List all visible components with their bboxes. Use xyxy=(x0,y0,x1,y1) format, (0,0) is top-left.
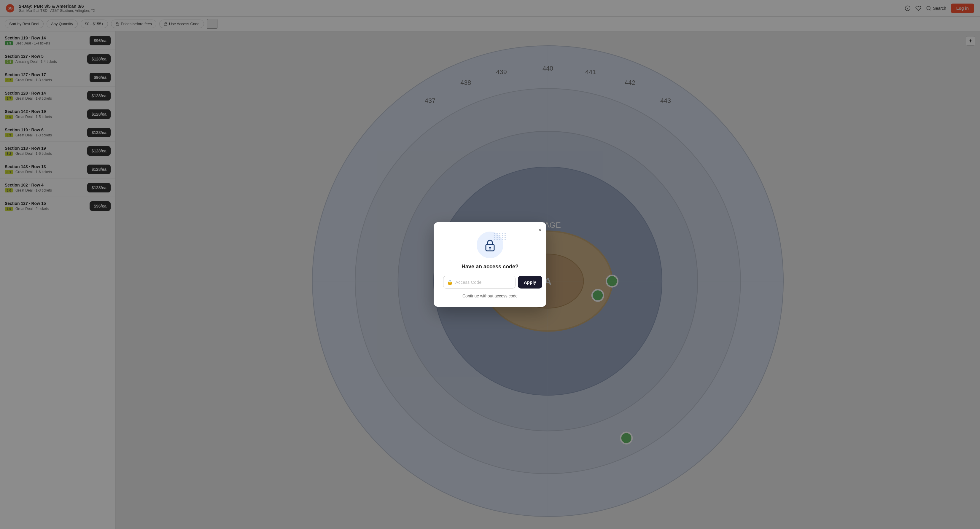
modal-icon-wrap xyxy=(443,232,537,258)
modal-title: Have an access code? xyxy=(443,264,537,270)
input-lock-icon: 🔒 xyxy=(447,279,453,285)
skip-access-code-button[interactable]: Continue without access code xyxy=(462,294,518,298)
access-code-input[interactable] xyxy=(455,276,512,288)
modal-overlay: × Have an access code? xyxy=(0,0,980,529)
access-code-input-wrap: 🔒 xyxy=(443,276,515,289)
modal-icon-background xyxy=(477,232,503,258)
modal-decoration-dots xyxy=(494,233,506,240)
access-code-modal: × Have an access code? xyxy=(434,222,546,307)
modal-close-button[interactable]: × xyxy=(538,227,542,233)
apply-button[interactable]: Apply xyxy=(518,276,542,289)
modal-input-row: 🔒 Apply xyxy=(443,276,537,289)
